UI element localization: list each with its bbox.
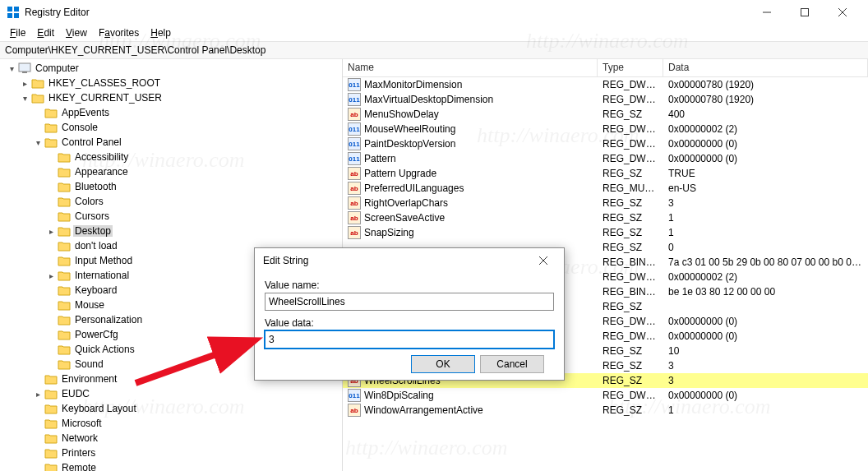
binary-value-icon: 011 (348, 137, 361, 150)
value-type: REG_SZ (598, 227, 663, 238)
maximize-button[interactable] (786, 0, 824, 25)
list-row[interactable]: 011MaxMonitorDimensionREG_DWORD0x0000078… (343, 77, 868, 92)
tree-item[interactable]: AppEvents (0, 105, 342, 120)
value-data: 7a c3 01 00 5b 29 0b 00 80 07 00 00 b0 0… (663, 256, 868, 268)
tree-item-label: Desktop (73, 225, 113, 237)
list-row[interactable]: abMenuShowDelayREG_SZ400 (343, 107, 868, 122)
value-type: REG_SZ (598, 345, 663, 357)
tree-item[interactable]: Microsoft (0, 416, 342, 431)
value-type: REG_SZ (598, 375, 663, 386)
tree-item[interactable]: ▸HKEY_CLASSES_ROOT (0, 76, 342, 90)
list-row[interactable]: abWindowArrangementActiveREG_SZ1 (343, 403, 868, 418)
tree-toggle-icon[interactable]: ▾ (33, 138, 43, 147)
folder-icon (44, 107, 58, 118)
value-type: REG_DWORD (598, 153, 663, 164)
ok-button[interactable]: OK (411, 355, 475, 373)
tree-item[interactable]: Printers (0, 446, 342, 460)
tree-toggle-icon[interactable]: ▾ (20, 94, 30, 103)
value-data: 3 (663, 375, 868, 386)
value-name: Pattern (364, 153, 396, 164)
tree-toggle-icon[interactable]: ▸ (46, 271, 56, 280)
folder-icon (58, 166, 71, 178)
tree-item-label: Quick Actions (73, 344, 136, 355)
tree-item[interactable]: ▸Desktop (0, 224, 342, 238)
tree-toggle-icon[interactable]: ▸ (46, 227, 56, 236)
string-value-icon: ab (348, 182, 361, 195)
tree-item[interactable]: Colors (0, 194, 342, 209)
list-row[interactable]: 011PatternREG_DWORD0x00000000 (0) (343, 151, 868, 166)
value-name: PaintDesktopVersion (364, 138, 455, 150)
folder-icon (58, 270, 71, 281)
tree-toggle-icon[interactable]: ▸ (33, 390, 43, 399)
value-type: REG_DWORD (598, 138, 663, 150)
string-value-icon: ab (348, 167, 361, 180)
list-row[interactable]: abSnapSizingREG_SZ1 (343, 225, 868, 240)
tree-item[interactable]: Console (0, 120, 342, 135)
folder-icon (31, 92, 44, 104)
value-name-input[interactable] (265, 293, 554, 311)
tree-item[interactable]: ▾HKEY_CURRENT_USER (0, 90, 342, 105)
svg-rect-2 (7, 13, 12, 18)
list-row[interactable]: abPattern UpgradeREG_SZTRUE (343, 166, 868, 181)
list-row[interactable]: abScreenSaveActiveREG_SZ1 (343, 210, 868, 225)
svg-rect-5 (801, 9, 809, 16)
column-name[interactable]: Name (343, 59, 598, 76)
list-row[interactable]: abRightOverlapCharsREG_SZ3 (343, 196, 868, 210)
tree-toggle-icon[interactable]: ▸ (20, 79, 30, 88)
tree-item[interactable]: ▸EUDC (0, 386, 342, 401)
menu-help[interactable]: Help (145, 25, 176, 40)
value-type: REG_DWORD (598, 94, 663, 105)
value-data: 1 (663, 212, 868, 224)
list-row[interactable]: 011Win8DpiScalingREG_DWORD0x00000000 (0) (343, 388, 868, 403)
list-header: Name Type Data (343, 59, 868, 77)
tree-item[interactable]: Cursors (0, 209, 342, 224)
tree-item-label: Colors (73, 196, 105, 207)
folder-icon (58, 196, 71, 207)
tree-item[interactable]: Network (0, 431, 342, 446)
tree-item[interactable]: Accessibility (0, 150, 342, 164)
string-value-icon: ab (348, 226, 361, 239)
address-bar[interactable]: Computer\HKEY_CURRENT_USER\Control Panel… (0, 41, 868, 59)
value-name: MaxVirtualDesktopDimension (364, 94, 493, 105)
column-type[interactable]: Type (598, 59, 663, 76)
menu-file[interactable]: File (5, 25, 30, 40)
value-data: 10 (663, 345, 868, 357)
tree-toggle-icon[interactable]: ▾ (7, 64, 16, 73)
folder-icon (58, 210, 71, 222)
tree-item-label: Accessibility (73, 151, 130, 163)
value-data-input[interactable] (265, 330, 554, 349)
close-button[interactable] (824, 0, 861, 25)
list-row[interactable]: abPreferredUILanguagesREG_MULTI...en-US (343, 181, 868, 196)
tree-item[interactable]: Bluetooth (0, 179, 342, 194)
value-data: 0x00000002 (2) (663, 271, 868, 283)
column-data[interactable]: Data (663, 59, 868, 76)
folder-icon (58, 314, 71, 326)
folder-icon (44, 418, 58, 429)
svg-rect-8 (19, 63, 30, 72)
dialog-close-button[interactable] (531, 248, 556, 273)
minimize-button[interactable] (748, 0, 786, 25)
tree-item[interactable]: ▾Computer (0, 61, 342, 76)
cancel-button[interactable]: Cancel (480, 355, 544, 373)
tree-item-label: Microsoft (60, 418, 104, 429)
menu-view[interactable]: View (61, 25, 92, 40)
tree-item[interactable]: Remote (0, 460, 342, 471)
tree-item[interactable]: Keyboard Layout (0, 401, 342, 416)
value-name: Pattern Upgrade (364, 168, 436, 179)
computer-icon (18, 62, 31, 74)
menu-edit[interactable]: Edit (32, 25, 59, 40)
list-row[interactable]: 011PaintDesktopVersionREG_DWORD0x0000000… (343, 136, 868, 151)
svg-rect-9 (22, 72, 27, 73)
value-type: REG_DWORD (598, 316, 663, 327)
list-row[interactable]: 011MaxVirtualDesktopDimensionREG_DWORD0x… (343, 92, 868, 107)
value-type: REG_DWORD (598, 79, 663, 90)
menu-favorites[interactable]: Favorites (94, 25, 144, 40)
tree-item[interactable]: Appearance (0, 164, 342, 179)
folder-icon (44, 447, 58, 459)
value-type: REG_BINARY (598, 286, 663, 298)
tree-item-label: Keyboard (73, 284, 118, 296)
tree-item[interactable]: ▾Control Panel (0, 135, 342, 150)
folder-icon (44, 388, 58, 399)
list-row[interactable]: 011MouseWheelRoutingREG_DWORD0x00000002 … (343, 122, 868, 136)
value-data: 0 (663, 242, 868, 253)
